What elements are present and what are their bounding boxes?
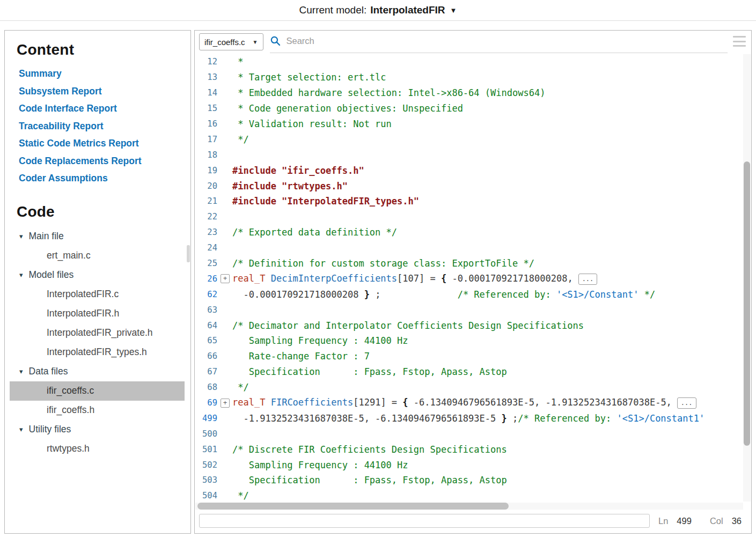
code-segment: */ — [232, 382, 249, 393]
code-segment: */ — [232, 490, 249, 501]
tree-collapse-icon[interactable]: ▾ — [19, 367, 23, 375]
tree-group-data-files[interactable]: ▾Data files — [5, 362, 190, 381]
tree-file-interpolatedfir-types-h[interactable]: InterpolatedFIR_types.h — [5, 343, 190, 362]
block-reference-link[interactable]: '<S1>/Constant' — [556, 289, 639, 300]
collapsed-code-indicator[interactable]: ... — [578, 274, 598, 285]
code-line: 501/* Discrete FIR Coefficients Design S… — [197, 441, 751, 457]
code-text: * Target selection: ert.tlc — [232, 72, 386, 83]
code-text: Specification : Fpass, Fstop, Apass, Ast… — [232, 475, 507, 485]
code-line: 502 Sampling Frequency : 44100 Hz — [197, 457, 751, 473]
tree-collapse-icon[interactable]: ▾ — [19, 425, 23, 433]
code-segment: #include "InterpolatedFIR_types.h" — [232, 196, 419, 207]
content-link-traceability-report[interactable]: Traceability Report — [19, 117, 190, 135]
code-text: real_T DecimInterpCoefficients[107] = { … — [232, 273, 597, 285]
model-dropdown-caret-icon[interactable]: ▼ — [450, 6, 457, 14]
tree-file-interpolatedfir-private-h[interactable]: InterpolatedFIR_private.h — [5, 323, 190, 343]
code-text: Sampling Frequency : 44100 Hz — [232, 335, 408, 346]
content-link-summary[interactable]: Summary — [19, 65, 190, 83]
code-line: 18 — [197, 147, 751, 163]
file-selector-value: ifir_coeffs.c — [204, 38, 245, 47]
code-line: 504 */ — [197, 488, 751, 503]
tree-group-main-file[interactable]: ▾Main file — [5, 227, 190, 246]
code-text: -0.000170921718000208 } ; /* Referenced … — [232, 289, 655, 300]
file-selector-dropdown[interactable]: ifir_coeffs.c ▼ — [199, 33, 263, 50]
code-text: Sampling Frequency : 44100 Hz — [232, 460, 408, 470]
horizontal-scrollbar[interactable] — [195, 503, 743, 510]
code-line: 69+real_T FIRCoefficients[1291] = { -6.1… — [197, 395, 751, 411]
code-segment: #include "rtwtypes.h" — [232, 181, 348, 191]
expand-icon[interactable]: + — [221, 274, 230, 283]
tree-file-rtwtypes-h[interactable]: rtwtypes.h — [5, 439, 190, 459]
tree-item-label: ifir_coeffs.h — [47, 404, 94, 416]
code-line: 21#include "InterpolatedFIR_types.h" — [197, 194, 751, 209]
code-segment: ; — [370, 289, 458, 300]
report-sidebar: Content SummarySubsystem ReportCode Inte… — [4, 30, 191, 534]
tree-file-interpolatedfir-h[interactable]: InterpolatedFIR.h — [5, 304, 190, 323]
content-link-subsystem-report[interactable]: Subsystem Report — [19, 83, 190, 100]
current-model-name[interactable]: InterpolatedFIR — [370, 4, 445, 16]
content-links-list: SummarySubsystem ReportCode Interface Re… — [19, 65, 190, 187]
tree-file-ifir-coeffs-h[interactable]: ifir_coeffs.h — [5, 401, 190, 420]
content-link-code-replacements-report[interactable]: Code Replacements Report — [19, 152, 190, 170]
line-number[interactable]: 499 — [197, 414, 217, 423]
code-segment: -0.000170921718000208 — [232, 289, 364, 300]
line-number-value: 499 — [677, 516, 692, 526]
code-line: 500 — [197, 426, 751, 441]
horizontal-scrollbar-thumb[interactable] — [197, 503, 509, 510]
content-link-code-interface-report[interactable]: Code Interface Report — [19, 100, 190, 117]
content-link-coder-assumptions[interactable]: Coder Assumptions — [19, 169, 190, 187]
tree-group-utility-files[interactable]: ▾Utility files — [5, 420, 190, 439]
line-number: 14 — [197, 88, 217, 98]
vertical-scrollbar[interactable] — [743, 54, 751, 502]
status-input[interactable] — [199, 514, 650, 528]
menu-icon[interactable] — [733, 35, 746, 48]
code-line: 17 */ — [197, 131, 751, 147]
expand-icon[interactable]: + — [221, 399, 230, 408]
report-layout: Content SummarySubsystem ReportCode Inte… — [4, 30, 752, 534]
line-number: 501 — [197, 445, 217, 454]
tree-item-label: InterpolatedFIR_private.h — [47, 327, 152, 338]
collapsed-code-indicator[interactable]: ... — [677, 397, 696, 409]
code-text: #include "InterpolatedFIR_types.h" — [232, 196, 419, 207]
code-file-tree: ▾Main fileert_main.c▾Model filesInterpol… — [5, 227, 190, 459]
line-number: 63 — [197, 305, 217, 315]
code-text: real_T FIRCoefficients[1291] = { -6.1340… — [232, 397, 696, 409]
line-number[interactable]: 26 — [197, 274, 217, 284]
code-line: 12 * — [197, 54, 751, 70]
tree-group-model-files[interactable]: ▾Model files — [5, 266, 190, 285]
content-link-static-code-metrics-report[interactable]: Static Code Metrics Report — [19, 135, 190, 152]
tree-collapse-icon[interactable]: ▾ — [19, 271, 23, 279]
code-segment: * Target selection: ert.tlc — [232, 72, 386, 83]
line-number: 25 — [197, 259, 217, 268]
code-text: /* Decimator and Interpolator Coefficien… — [232, 320, 584, 331]
line-number[interactable]: 62 — [197, 290, 217, 299]
line-number: 16 — [197, 119, 217, 129]
expander-gutter: + — [217, 274, 232, 283]
tree-file-interpolatedfir-c[interactable]: InterpolatedFIR.c — [5, 285, 190, 304]
line-number: 19 — [197, 166, 217, 175]
tree-file-ifir-coeffs-c[interactable]: ifir_coeffs.c — [10, 381, 185, 401]
line-number[interactable]: 69 — [197, 398, 217, 408]
line-number: 22 — [197, 212, 217, 222]
search-input[interactable] — [285, 35, 728, 47]
code-toolbar: ifir_coeffs.c ▼ — [195, 31, 751, 53]
line-number: 500 — [197, 429, 217, 439]
panel-splitter-handle[interactable] — [187, 245, 190, 262]
block-reference-link[interactable]: '<S1>/Constant1' — [616, 413, 704, 424]
code-text: -1.9132523431687038E-5, -6.1340946796561… — [232, 413, 704, 424]
code-line: 15 * Code generation objectives: Unspeci… — [197, 101, 751, 116]
code-segment: /* Exported data definition */ — [232, 227, 397, 238]
content-section-title: Content — [17, 41, 190, 58]
code-text: /* Exported data definition */ — [232, 227, 397, 238]
code-line: 63 — [197, 302, 751, 318]
vertical-scrollbar-thumb[interactable] — [744, 161, 750, 446]
tree-file-ert-main-c[interactable]: ert_main.c — [5, 246, 190, 266]
tree-item-label: rtwtypes.h — [47, 443, 90, 454]
tree-item-label: Main file — [29, 231, 64, 242]
line-number: 68 — [197, 382, 217, 392]
expander-gutter: + — [217, 399, 232, 408]
code-text: */ — [232, 134, 249, 145]
tree-item-label: InterpolatedFIR_types.h — [47, 347, 147, 358]
tree-collapse-icon[interactable]: ▾ — [19, 232, 23, 240]
code-line: 19#include "ifir_coeffs.h" — [197, 163, 751, 178]
